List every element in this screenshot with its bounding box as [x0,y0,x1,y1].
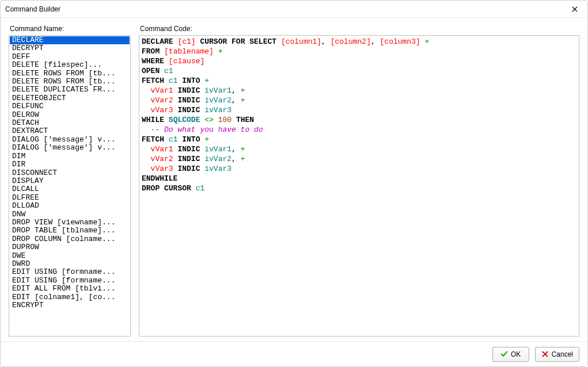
list-item[interactable]: DIALOG ['message'] v... [10,136,130,144]
list-item[interactable]: DWE [10,252,130,260]
list-item[interactable]: DETACH [10,119,130,127]
close-icon [572,6,578,12]
cancel-button-label: Cancel [552,350,573,358]
ok-button-label: OK [511,350,521,358]
command-name-column: Command Name: DECLAREDECRYPTDEFFDELETE [… [9,25,131,337]
command-code-view[interactable]: DECLARE [c1] CURSOR FOR SELECT [column1]… [139,35,579,337]
code-line: WHILE SQLCODE <> 100 THEN [142,115,576,125]
list-item[interactable]: DEXTRACT [10,127,130,135]
code-line: DECLARE [c1] CURSOR FOR SELECT [column1]… [142,37,576,47]
list-item[interactable]: DELFUNC [10,102,130,110]
code-line: vVar2 INDIC ivVar2, + [142,95,576,105]
list-item[interactable]: DLFREE [10,194,130,202]
list-item[interactable]: EDIT USING [formname... [10,268,130,276]
list-item[interactable]: EDIT [colname1], [co... [10,293,130,301]
code-line: vVar1 INDIC ivVar1, + [142,86,576,95]
list-item[interactable]: DECRYPT [10,44,130,52]
list-item[interactable]: DROP VIEW [viewname]... [10,219,130,227]
list-item[interactable]: ENCRYPT [10,301,130,309]
dialog-footer: OK Cancel [1,341,587,366]
code-line: FETCH c1 INTO + [142,76,576,86]
command-code-label: Command Code: [139,25,579,33]
list-item[interactable]: DELETEOBJECT [10,94,130,102]
check-icon [500,350,508,358]
dialog-body: Command Name: DECLAREDECRYPTDEFFDELETE [… [1,18,587,341]
code-line: FETCH c1 INTO + [142,135,576,144]
cancel-button[interactable]: Cancel [535,347,579,362]
code-line: vVar2 INDIC ivVar2, + [142,154,576,164]
code-line: vVar1 INDIC ivVar1, + [142,144,576,154]
list-item[interactable]: DELROW [10,111,130,119]
list-item[interactable]: DEFF [10,53,130,61]
list-item[interactable]: DLLOAD [10,202,130,210]
command-code-column: Command Code: DECLARE [c1] CURSOR FOR SE… [139,25,579,337]
code-line: -- Do what you have to do [142,125,576,135]
code-line: WHERE [clause] [142,56,576,66]
code-line: vVar3 INDIC ivVar3 [142,164,576,174]
cancel-icon [541,350,549,358]
list-item[interactable]: EDIT ALL FROM [tblvi... [10,285,130,293]
list-item[interactable]: DELETE ROWS FROM [tb... [10,78,130,86]
code-line: vVar3 INDIC ivVar3 [142,105,576,115]
list-item[interactable]: DNW [10,211,130,219]
close-button[interactable] [567,3,583,16]
code-line: OPEN c1 [142,66,576,76]
ok-button[interactable]: OK [492,347,529,362]
code-line: ENDWHILE [142,174,576,183]
list-item[interactable]: DELETE DUPLICATES FR... [10,86,130,94]
titlebar: Command Builder [1,1,587,18]
list-item[interactable]: DROP COLUMN [colname... [10,235,130,243]
list-item[interactable]: DIALOG ['message'] v... [10,144,130,152]
list-item[interactable]: EDIT USING [formname... [10,277,130,285]
code-line: FROM [tablename] + [142,47,576,56]
code-line: DROP CURSOR c1 [142,183,576,193]
window-title: Command Builder [5,5,567,13]
list-item[interactable]: DIR [10,160,130,169]
list-item[interactable]: DECLARE [10,36,130,44]
list-item[interactable]: DISPLAY [10,177,130,185]
list-item[interactable]: DIM [10,152,130,160]
list-item[interactable]: DWRD [10,260,130,268]
command-builder-window: Command Builder Command Name: DECLAREDEC… [0,0,588,367]
list-item[interactable]: DISCONNECT [10,169,130,177]
list-item[interactable]: DROP TABLE [tblname]... [10,227,130,235]
list-item[interactable]: DELETE ROWS FROM [tb... [10,70,130,78]
command-name-label: Command Name: [9,25,131,33]
list-item[interactable]: DLCALL [10,185,130,193]
list-item[interactable]: DUPROW [10,243,130,251]
list-item[interactable]: DELETE [filespec]... [10,61,130,69]
command-name-listbox[interactable]: DECLAREDECRYPTDEFFDELETE [filespec]...DE… [9,35,131,337]
